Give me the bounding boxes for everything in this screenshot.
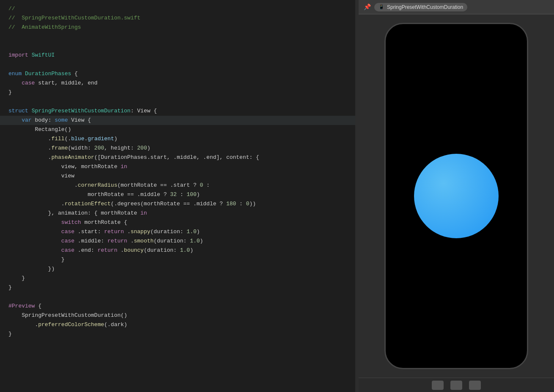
code-line: } [0,329,355,339]
code-line: } [0,255,355,264]
code-token [28,51,32,60]
code-token: (.degrees(morthRotate == .middle ? [111,199,226,209]
code-token: } [8,274,25,283]
code-token: ) [200,237,203,246]
code-token: switch [61,218,81,227]
code-token: (duration: [154,237,190,246]
code-token: (width: [68,144,94,153]
code-line: .phaseAnimator([DurationPhases.start, .m… [0,153,355,162]
code-line: .fill(.blue.gradient) [0,134,355,144]
code-token: return [107,237,127,246]
blue-circle [414,154,499,238]
code-token: view, morthRotate [8,162,121,172]
code-token: case [61,237,74,246]
code-token: // SpringPresetWithCustomDuration.swift [8,14,140,23]
code-token [8,246,61,255]
code-line: .cornerRadius(morthRotate == .start ? 0 … [0,181,355,190]
code-token: case [61,246,74,255]
code-line: var body: some View { [0,116,355,125]
code-token: { [35,302,41,311]
code-token: return [98,246,118,255]
code-line: view [0,172,355,181]
code-token: 200 [137,144,147,153]
code-line [0,292,355,302]
code-token: . [84,134,88,144]
code-line [0,32,355,41]
code-token [8,79,22,88]
code-token: struct [8,106,28,116]
code-line: } [0,283,355,292]
code-token: var [22,116,31,125]
code-editor: //// SpringPresetWithCustomDuration.swif… [0,0,355,392]
code-token: phaseAnimator [51,153,94,162]
bottom-button-3[interactable] [469,381,481,390]
code-token [8,218,61,227]
code-token: }, animation: { morthRotate [8,209,140,218]
code-line: struct SpringPresetWithCustomDuration: V… [0,106,355,116]
code-token: snappy [131,227,151,237]
code-token: )) [250,199,256,209]
code-token: Rectangle() [8,125,71,134]
code-token: SpringPresetWithCustomDuration [32,106,131,116]
code-token: : View { [131,106,157,116]
code-token: . [8,181,78,190]
bottom-button-1[interactable] [432,381,444,390]
code-token: . [8,320,38,329]
code-token: return [104,227,124,237]
code-token: enum [8,69,22,79]
code-token: .middle: [74,237,107,246]
code-token: some [55,116,68,125]
code-token: (morthRotate == .start ? [117,181,200,190]
code-token: frame [51,144,68,153]
code-line: // [0,4,355,14]
code-line: morthRotate == .middle ? 32 : 100) [0,190,355,199]
code-token [8,116,22,125]
code-token: 200 [94,144,104,153]
preview-title-pill: 📱 SpringPresetWithCustomDuration [374,3,467,11]
code-line: } [0,274,355,283]
code-token: 0 [200,181,203,190]
code-token: ) [114,134,118,144]
code-line: .rotationEffect(.degrees(morthRotate == … [0,199,355,209]
code-token: start, middle, end [35,79,97,88]
bottom-button-2[interactable] [450,381,462,390]
code-token: blue [71,134,84,144]
code-line: }, animation: { morthRotate in [0,209,355,218]
code-line: view, morthRotate in [0,162,355,172]
code-line: case .start: return .snappy(duration: 1.… [0,227,355,237]
code-token: . [8,134,51,144]
code-token: } [8,329,12,339]
code-token: // [8,4,15,14]
code-line: .frame(width: 200, height: 200) [0,144,355,153]
code-token [22,69,25,79]
code-token: 1.0 [186,227,196,237]
code-token: SwiftUI [32,51,55,60]
code-line: enum DurationPhases { [0,69,355,79]
code-line: #Preview { [0,302,355,311]
code-content: //// SpringPresetWithCustomDuration.swif… [0,0,355,343]
code-token [8,227,61,237]
code-token: (duration: [144,246,180,255]
code-token: ([DurationPhases.start, .middle, .end], … [94,153,259,162]
code-line: // SpringPresetWithCustomDuration.swift [0,14,355,23]
preview-header: 📌 📱 SpringPresetWithCustomDuration [359,0,554,14]
code-token: #Preview [8,302,35,311]
bottom-bar [359,378,554,392]
code-line [0,97,355,106]
code-token: import [8,51,28,60]
code-line: SpringPresetWithCustomDuration() [0,311,355,320]
code-token: // AnimateWithSprings [8,23,81,32]
code-line: case .end: return .bouncy(duration: 1.0) [0,246,355,255]
code-token: 0 [246,199,250,209]
code-line [0,41,355,51]
code-token: .end: [74,246,98,255]
code-token: : [203,181,210,190]
code-token: 32 [170,190,177,199]
code-token: : [236,199,246,209]
code-token: . [127,237,134,246]
panel-divider[interactable] [355,0,359,392]
code-token: fill [51,134,64,144]
preview-panel: 📌 📱 SpringPresetWithCustomDuration [359,0,554,392]
code-token: 100 [186,190,196,199]
code-line: case .middle: return .smooth(duration: 1… [0,237,355,246]
